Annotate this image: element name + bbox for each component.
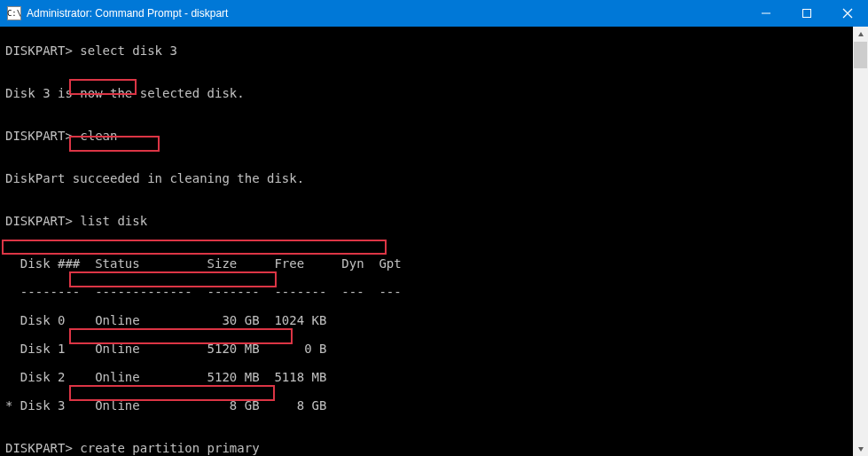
vertical-scrollbar[interactable] (853, 27, 868, 456)
maximize-button[interactable] (786, 0, 827, 27)
window-title: Administrator: Command Prompt - diskpart (27, 7, 228, 20)
terminal-line: DISKPART> select disk 3 (5, 43, 863, 58)
terminal-line: Disk 0 Online 30 GB 1024 KB (5, 313, 863, 327)
terminal-area-wrap: DISKPART> select disk 3 Disk 3 is now th… (0, 27, 868, 456)
terminal-line: -------- ------------- ------- ------- -… (5, 285, 863, 299)
terminal-line: * Disk 3 Online 8 GB 8 GB (5, 398, 863, 413)
close-button[interactable] (827, 0, 868, 27)
svg-rect-1 (803, 10, 811, 18)
prompt-text: DISKPART> (5, 214, 73, 228)
svg-rect-0 (762, 13, 770, 14)
command-text: select disk 3 (73, 43, 177, 58)
prompt-text: DISKPART> (5, 441, 73, 455)
terminal-line: DISKPART> clean (5, 129, 863, 143)
terminal-line: DISKPART> list disk (5, 214, 863, 228)
command-text: list disk (73, 214, 147, 228)
terminal-line: DiskPart succeeded in cleaning the disk. (5, 171, 863, 185)
terminal-line: Disk 3 is now the selected disk. (5, 86, 863, 100)
svg-marker-4 (858, 32, 864, 36)
prompt-text: DISKPART> (5, 129, 73, 143)
cmd-icon: C:\ (7, 6, 21, 20)
terminal-line: Disk 2 Online 5120 MB 5118 MB (5, 370, 863, 384)
svg-marker-5 (858, 447, 864, 452)
terminal-line: Disk 1 Online 5120 MB 0 B (5, 342, 863, 356)
scroll-down-button[interactable] (853, 441, 868, 456)
minimize-button[interactable] (746, 0, 786, 27)
scroll-up-button[interactable] (853, 27, 868, 42)
scrollbar-thumb[interactable] (854, 42, 867, 68)
terminal-output[interactable]: DISKPART> select disk 3 Disk 3 is now th… (0, 27, 868, 456)
window-titlebar: C:\ Administrator: Command Prompt - disk… (0, 0, 868, 27)
terminal-line: DISKPART> create partition primary (5, 441, 863, 455)
prompt-text: DISKPART> (5, 43, 73, 58)
scrollbar-track[interactable] (853, 42, 868, 441)
command-text: clean (73, 129, 118, 143)
terminal-line: Disk ### Status Size Free Dyn Gpt (5, 256, 863, 271)
command-text: create partition primary (73, 441, 260, 455)
